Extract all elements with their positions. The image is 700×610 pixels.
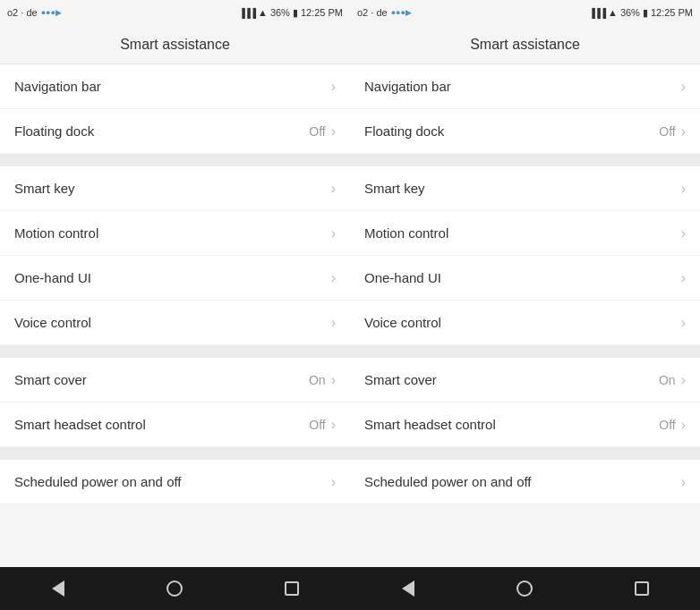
- menu-item[interactable]: Navigation bar›: [0, 64, 350, 109]
- status-bar: o2 · de ●●●▶ ▐▐▐ ▲ 36% ▮ 12:25 PM: [0, 0, 350, 25]
- menu-item-value: Off: [659, 124, 675, 139]
- menu-item[interactable]: Smart coverOn›: [350, 358, 700, 402]
- menu-item-label: Smart cover: [364, 372, 659, 387]
- menu-item-value: Off: [659, 418, 675, 432]
- section-divider: [350, 345, 700, 358]
- home-icon: [166, 580, 183, 597]
- status-bar: o2 · de ●●●▶ ▐▐▐ ▲ 36% ▮ 12:25 PM: [350, 0, 700, 25]
- menu-item[interactable]: Smart headset controlOff›: [350, 402, 700, 447]
- time-display: 12:25 PM: [651, 7, 693, 18]
- menu-item-value: On: [659, 373, 676, 387]
- chevron-icon: ›: [331, 417, 336, 433]
- chevron-icon: ›: [331, 474, 336, 490]
- chevron-icon: ›: [331, 270, 336, 286]
- back-button[interactable]: [396, 576, 421, 601]
- menu-item-label: Navigation bar: [364, 79, 681, 94]
- recents-button[interactable]: [279, 576, 304, 601]
- home-button[interactable]: [162, 576, 187, 601]
- carrier-text: o2 · de: [357, 7, 388, 18]
- page-title: Smart assistance: [120, 37, 230, 53]
- battery-level: 36%: [270, 7, 290, 18]
- signal-icon: ▐▐▐: [239, 8, 255, 18]
- home-button[interactable]: [512, 576, 537, 601]
- menu-item-label: Navigation bar: [14, 79, 331, 94]
- chevron-icon: ›: [681, 474, 686, 490]
- menu-item[interactable]: Floating dockOff›: [350, 109, 700, 154]
- recents-icon: [635, 581, 649, 596]
- nav-bar: [0, 567, 350, 610]
- page-title: Smart assistance: [470, 37, 580, 53]
- section-divider: [350, 154, 700, 166]
- menu-item-value: On: [309, 373, 326, 387]
- menu-item[interactable]: Voice control›: [350, 301, 700, 345]
- chevron-icon: ›: [331, 315, 336, 331]
- menu-item[interactable]: Smart headset controlOff›: [0, 402, 350, 447]
- status-right: ▐▐▐ ▲ 36% ▮ 12:25 PM: [589, 7, 693, 19]
- menu-item-label: Floating dock: [364, 123, 659, 139]
- menu-item-label: Floating dock: [14, 123, 309, 139]
- menu-item-label: Smart headset control: [364, 417, 659, 432]
- back-icon: [402, 580, 414, 597]
- menu-item-label: Motion control: [14, 225, 331, 241]
- settings-content: Navigation bar›Floating dockOff›Smart ke…: [0, 64, 350, 567]
- home-icon: [516, 580, 533, 597]
- section-divider: [0, 345, 350, 358]
- phone-panel-left: o2 · de ●●●▶ ▐▐▐ ▲ 36% ▮ 12:25 PM Smart …: [0, 0, 350, 610]
- chevron-icon: ›: [681, 181, 686, 197]
- title-bar: Smart assistance: [0, 25, 350, 64]
- menu-item-label: One-hand UI: [14, 270, 331, 285]
- status-left: o2 · de ●●●▶: [7, 7, 62, 18]
- carrier-text: o2 · de: [7, 7, 38, 18]
- menu-item[interactable]: Motion control›: [350, 211, 700, 256]
- title-bar: Smart assistance: [350, 25, 700, 64]
- menu-item-label: Smart cover: [14, 372, 309, 387]
- menu-item-label: Voice control: [14, 315, 331, 330]
- menu-item[interactable]: Scheduled power on and off›: [350, 460, 700, 504]
- status-right: ▐▐▐ ▲ 36% ▮ 12:25 PM: [239, 7, 343, 19]
- section-divider: [0, 447, 350, 460]
- chevron-icon: ›: [681, 123, 686, 140]
- chevron-icon: ›: [331, 181, 336, 197]
- recents-button[interactable]: [629, 576, 654, 601]
- menu-item-label: One-hand UI: [364, 270, 681, 285]
- menu-item[interactable]: Smart coverOn›: [0, 358, 350, 402]
- menu-item-value: Off: [309, 418, 325, 432]
- menu-item[interactable]: Smart key›: [0, 166, 350, 211]
- menu-item[interactable]: One-hand UI›: [350, 256, 700, 301]
- nav-bar: [350, 567, 700, 610]
- menu-item-label: Smart key: [14, 181, 331, 196]
- menu-item[interactable]: Motion control›: [0, 211, 350, 256]
- signal-icon: ▐▐▐: [589, 8, 605, 18]
- menu-item[interactable]: One-hand UI›: [0, 256, 350, 301]
- chevron-icon: ›: [681, 417, 686, 433]
- menu-item[interactable]: Floating dockOff›: [0, 109, 350, 154]
- section-divider: [350, 447, 700, 460]
- section-divider: [0, 154, 350, 166]
- menu-item-label: Smart key: [364, 181, 681, 196]
- phone-panel-right: o2 · de ●●●▶ ▐▐▐ ▲ 36% ▮ 12:25 PM Smart …: [350, 0, 700, 610]
- menu-item[interactable]: Navigation bar›: [350, 64, 700, 109]
- chevron-icon: ›: [331, 79, 336, 95]
- menu-item-label: Motion control: [364, 225, 681, 241]
- battery-icon: ▮: [293, 7, 298, 19]
- battery-icon: ▮: [643, 7, 648, 19]
- wifi-icon: ▲: [608, 7, 618, 18]
- notification-icons: ●●●▶: [41, 8, 62, 17]
- wifi-icon: ▲: [258, 7, 268, 18]
- menu-item-label: Scheduled power on and off: [364, 474, 681, 489]
- notification-icons: ●●●▶: [391, 8, 412, 17]
- menu-item[interactable]: Smart key›: [350, 166, 700, 211]
- chevron-icon: ›: [331, 123, 336, 140]
- menu-item-label: Voice control: [364, 315, 681, 330]
- menu-item[interactable]: Voice control›: [0, 301, 350, 345]
- menu-item-label: Smart headset control: [14, 417, 309, 432]
- chevron-icon: ›: [681, 315, 686, 331]
- menu-item[interactable]: Scheduled power on and off›: [0, 460, 350, 504]
- settings-content: Navigation bar›Floating dockOff›Smart ke…: [350, 64, 700, 567]
- status-left: o2 · de ●●●▶: [357, 7, 412, 18]
- chevron-icon: ›: [331, 372, 336, 388]
- recents-icon: [285, 581, 299, 596]
- back-button[interactable]: [46, 576, 71, 601]
- chevron-icon: ›: [681, 372, 686, 388]
- chevron-icon: ›: [681, 270, 686, 286]
